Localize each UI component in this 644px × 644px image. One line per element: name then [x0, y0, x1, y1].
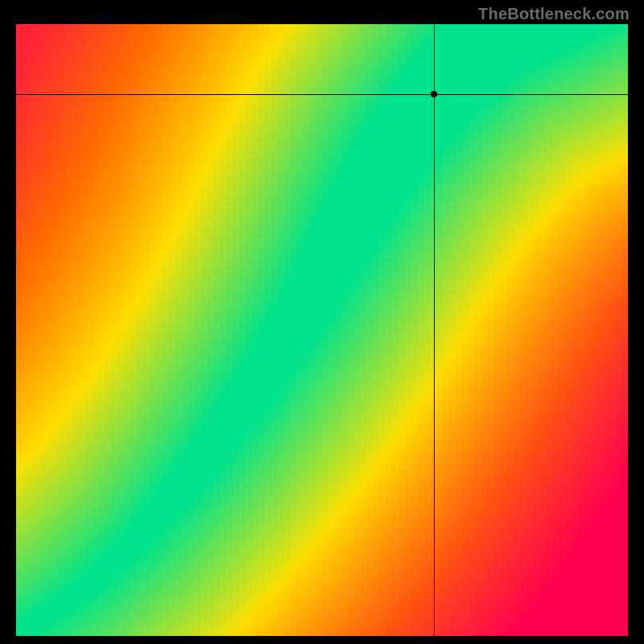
crosshair-vertical [434, 24, 435, 636]
bottleneck-heatmap [16, 24, 628, 636]
crosshair-marker-dot [431, 91, 437, 97]
crosshair-horizontal [16, 94, 628, 95]
chart-container: TheBottleneck.com [0, 0, 644, 644]
watermark-text: TheBottleneck.com [478, 5, 630, 23]
